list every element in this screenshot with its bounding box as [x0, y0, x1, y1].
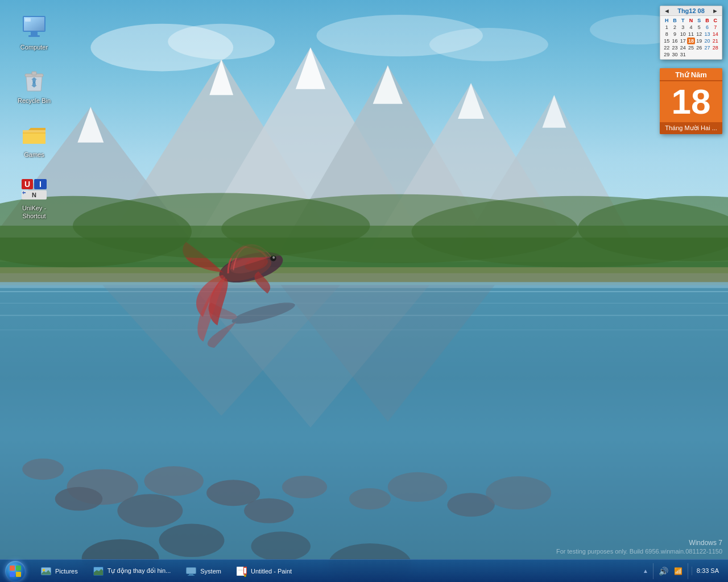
- calendar-day[interactable]: 16: [671, 38, 679, 44]
- recycle-bin-icon[interactable]: Recycle Bin: [11, 65, 57, 107]
- svg-point-88: [244, 575, 246, 577]
- cal-header-sun: C: [712, 17, 719, 24]
- cal-header-thu: N: [687, 17, 695, 24]
- volume-tray-icon[interactable]: 🔊: [657, 566, 670, 577]
- tray-separator-2: [688, 563, 688, 579]
- svg-point-40: [388, 472, 447, 502]
- calendar-day[interactable]: 2: [671, 24, 679, 31]
- computer-icon-image: [20, 14, 48, 41]
- tray-icons-container: 🔊 📶: [657, 566, 684, 577]
- taskbar-paint-label: Untitled - Paint: [251, 568, 292, 575]
- svg-rect-83: [187, 568, 196, 573]
- date-big-widget[interactable]: Thứ Năm 18 Tháng Mười Hai ...: [660, 68, 722, 134]
- svg-rect-62: [31, 32, 38, 35]
- calendar-day[interactable]: 6: [703, 24, 711, 31]
- calendar-day[interactable]: 5: [695, 24, 703, 31]
- calendar-day[interactable]: 30: [671, 51, 679, 58]
- svg-text:N: N: [32, 192, 36, 198]
- calendar-day[interactable]: 26: [695, 44, 703, 51]
- calendar-day[interactable]: 25: [687, 44, 695, 51]
- calendar-day[interactable]: 9: [671, 31, 679, 38]
- calendar-day[interactable]: 1: [663, 24, 671, 31]
- taskbar-item-wallpaper[interactable]: Tự động thay đổi hin...: [86, 562, 177, 581]
- clock-time: 8:33 SA: [697, 567, 719, 575]
- calendar-day[interactable]: 13: [703, 31, 711, 38]
- wallpaper-taskbar-icon: [93, 566, 104, 577]
- calendar-prev-button[interactable]: ◄: [663, 7, 671, 14]
- svg-text:I: I: [39, 180, 42, 189]
- taskbar-item-paint[interactable]: Untitled - Paint: [230, 562, 298, 581]
- day-number: 18: [660, 81, 722, 122]
- calendar-day[interactable]: 24: [679, 44, 687, 51]
- cal-header-sat: B: [703, 17, 711, 24]
- calendar-day[interactable]: 21: [712, 38, 719, 44]
- calendar-day[interactable]: [687, 51, 695, 58]
- unikey-icon-image: U I N: [20, 174, 48, 202]
- svg-point-79: [43, 569, 45, 571]
- date-big-header: Thứ Năm: [660, 68, 722, 81]
- games-folder-icon-image: [20, 121, 48, 148]
- calendar-month-year: Thg12 08: [677, 7, 705, 14]
- calendar-day[interactable]: 27: [703, 44, 711, 51]
- taskbar-item-pictures[interactable]: Pictures: [34, 562, 84, 581]
- pictures-taskbar-icon: [40, 566, 52, 577]
- calendar-day[interactable]: 15: [663, 38, 671, 44]
- calendar-day[interactable]: 17: [679, 38, 687, 44]
- taskbar-wallpaper-label: Tự động thay đổi hin...: [107, 567, 171, 575]
- system-taskbar-icon: [185, 566, 197, 577]
- calendar-day[interactable]: 31: [679, 51, 687, 58]
- svg-rect-75: [10, 572, 15, 577]
- calendar-day[interactable]: 3: [679, 24, 687, 31]
- games-folder-icon[interactable]: Games: [11, 119, 57, 161]
- calendar-day[interactable]: 23: [671, 44, 679, 51]
- svg-rect-73: [10, 566, 15, 571]
- calendar-day[interactable]: 8: [663, 31, 671, 38]
- svg-point-35: [22, 459, 64, 480]
- taskbar: Pictures Tự động thay đổi hin...: [0, 559, 728, 582]
- calendar-day[interactable]: 19: [695, 38, 703, 44]
- month-label: Tháng Mười Hai ...: [660, 122, 722, 134]
- calendar-mini-widget[interactable]: ◄ Thg12 08 ► H B T N S B C 123: [660, 6, 722, 60]
- windows-build-text: For testing purposes only. Build 6956.wi…: [556, 548, 722, 555]
- calendar-day[interactable]: 11: [687, 31, 695, 38]
- start-button[interactable]: [0, 560, 31, 583]
- computer-icon[interactable]: Computer: [11, 11, 57, 53]
- windows-logo-icon: [9, 565, 22, 577]
- svg-point-33: [144, 466, 203, 496]
- taskbar-item-system[interactable]: System: [179, 562, 228, 581]
- desktop-icons-container: Computer Recycle Bin: [11, 11, 57, 222]
- calendar-day[interactable]: 4: [687, 24, 695, 31]
- calendar-next-button[interactable]: ►: [711, 7, 719, 14]
- taskbar-system-label: System: [200, 568, 221, 575]
- calendar-day[interactable]: 28: [712, 44, 719, 51]
- svg-point-3: [429, 28, 548, 61]
- svg-rect-85: [188, 575, 195, 576]
- unikey-icon[interactable]: U I N UniKey - Shortcut: [11, 172, 57, 223]
- calendar-day[interactable]: 10: [679, 31, 687, 38]
- calendar-day[interactable]: 12: [695, 31, 703, 38]
- cal-header-wed: T: [679, 17, 687, 24]
- paint-taskbar-icon: [236, 566, 247, 577]
- recycle-bin-icon-label: Recycle Bin: [18, 97, 51, 105]
- calendar-day[interactable]: 20: [703, 38, 711, 44]
- calendar-day[interactable]: [695, 51, 703, 58]
- calendar-grid: H B T N S B C 12345678910111213141516171…: [660, 16, 722, 59]
- calendar-day[interactable]: 14: [712, 31, 719, 38]
- calendar-day[interactable]: [703, 51, 711, 58]
- system-clock[interactable]: 8:33 SA: [692, 567, 723, 575]
- svg-point-45: [251, 531, 310, 561]
- recycle-bin-icon-image: [20, 67, 48, 94]
- calendar-day[interactable]: 18: [687, 38, 695, 44]
- calendar-day[interactable]: [712, 51, 719, 58]
- network-tray-icon[interactable]: 📶: [672, 566, 684, 576]
- svg-point-39: [349, 488, 391, 510]
- desktop: Computer Recycle Bin: [0, 0, 728, 582]
- svg-point-38: [244, 498, 294, 523]
- calendar-day[interactable]: 29: [663, 51, 671, 58]
- show-hidden-tray-button[interactable]: ▲: [642, 567, 650, 575]
- calendar-day[interactable]: 22: [663, 44, 671, 51]
- svg-point-43: [159, 524, 225, 558]
- tray-separator-1: [653, 563, 653, 579]
- svg-rect-63: [28, 35, 40, 37]
- calendar-day[interactable]: 7: [712, 24, 719, 31]
